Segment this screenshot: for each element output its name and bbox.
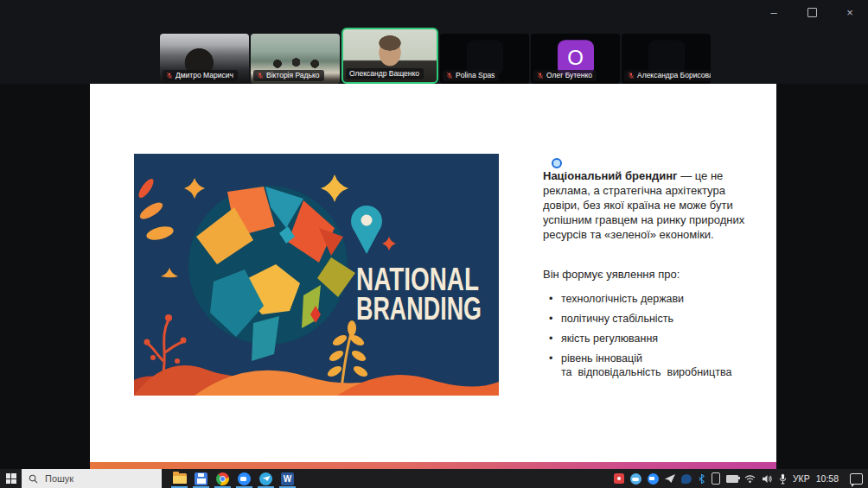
muted-mic-icon bbox=[537, 72, 544, 79]
active-speaker-tile[interactable]: Олександр Ващенко bbox=[341, 28, 438, 84]
recording-icon[interactable] bbox=[614, 473, 624, 484]
floppy-icon bbox=[195, 472, 207, 485]
bullet-item: рівень інноваційта відповідальність виро… bbox=[543, 352, 761, 379]
zoom-tray-icon[interactable] bbox=[648, 473, 659, 485]
minimize-button[interactable]: – bbox=[763, 3, 785, 21]
windows-logo-icon bbox=[6, 473, 16, 484]
window-controls: – × bbox=[763, 3, 861, 21]
slide-heading: Національний брендинг bbox=[543, 169, 678, 182]
participant-name-pill: Александра Борисова bbox=[624, 70, 711, 81]
telegram-button[interactable] bbox=[255, 469, 277, 488]
shared-screen: NATIONAL BRANDING Національний брендинг … bbox=[90, 84, 776, 469]
zoom-app-button[interactable] bbox=[233, 469, 255, 488]
slide-poster: NATIONAL BRANDING bbox=[134, 154, 499, 396]
slide-text-column: Національний брендинг — це не реклама, а… bbox=[543, 160, 761, 386]
participant-name-pill: Олександр Ващенко bbox=[346, 68, 424, 79]
participant-name: Дмитро Марисич bbox=[176, 71, 233, 79]
taskbar-search[interactable] bbox=[22, 469, 162, 488]
phone-link-icon[interactable] bbox=[712, 472, 720, 485]
close-icon: × bbox=[846, 6, 853, 19]
folder-icon bbox=[173, 473, 187, 484]
search-input[interactable] bbox=[43, 472, 142, 485]
minimize-icon: – bbox=[770, 6, 776, 19]
participant-strip: Дмитро Марисич Вікторія Радько Олександр… bbox=[160, 32, 711, 84]
slide-subheading: Він формує уявлення про: bbox=[543, 268, 761, 281]
participant-name: Polina Spas bbox=[456, 71, 495, 79]
action-center-icon[interactable] bbox=[850, 473, 863, 485]
chrome-icon bbox=[216, 472, 229, 485]
muted-mic-icon bbox=[257, 72, 264, 79]
close-button[interactable]: × bbox=[839, 3, 861, 21]
chrome-button[interactable] bbox=[212, 469, 233, 488]
word-button[interactable]: W bbox=[277, 469, 298, 488]
microphone-icon[interactable] bbox=[779, 473, 787, 485]
zoom-icon bbox=[238, 472, 251, 485]
search-icon bbox=[29, 474, 38, 484]
participant-name-pill: Олег Бутенко bbox=[533, 70, 597, 81]
participant-name: Олександр Ващенко bbox=[349, 69, 419, 78]
language-indicator[interactable]: УКР bbox=[793, 473, 810, 484]
participant-tile[interactable]: O Олег Бутенко bbox=[531, 34, 620, 84]
participant-name-pill: Дмитро Марисич bbox=[163, 70, 238, 81]
slide-bullet-list: технологічність держави політичну стабіл… bbox=[543, 293, 761, 379]
messenger-icon[interactable] bbox=[681, 474, 692, 484]
telegram-icon bbox=[259, 472, 272, 485]
muted-mic-icon bbox=[166, 72, 173, 79]
bullet-item: якість регулювання bbox=[543, 333, 761, 345]
start-button[interactable] bbox=[0, 469, 22, 488]
participant-tile[interactable]: Дмитро Марисич bbox=[160, 34, 249, 84]
slide-footer-gradient bbox=[90, 462, 776, 469]
battery-icon[interactable] bbox=[726, 475, 738, 483]
bluetooth-icon[interactable] bbox=[698, 473, 705, 485]
participant-tile[interactable]: Александра Борисова bbox=[622, 34, 711, 84]
participant-name-pill: Вікторія Радько bbox=[253, 70, 324, 81]
file-explorer-button[interactable] bbox=[169, 469, 190, 488]
word-icon: W bbox=[281, 472, 294, 485]
telegram-tray-icon[interactable] bbox=[665, 474, 675, 483]
taskbar: W УКР 10:58 bbox=[0, 469, 868, 488]
bullet-continuation: та відповідальність виробництва bbox=[561, 366, 761, 379]
slide-paragraph: Національний брендинг — це не реклама, а… bbox=[543, 168, 761, 242]
taskbar-app-icons: W bbox=[169, 469, 298, 488]
annotation-dot-icon bbox=[552, 158, 562, 168]
restore-icon bbox=[807, 8, 817, 17]
participant-name: Александра Борисова bbox=[637, 71, 711, 79]
bullet-item: технологічність держави bbox=[543, 293, 761, 306]
save-app-button[interactable] bbox=[190, 469, 212, 488]
muted-mic-icon bbox=[628, 72, 635, 79]
wifi-icon[interactable] bbox=[744, 474, 756, 484]
participant-tile[interactable]: Polina Spas bbox=[440, 34, 529, 84]
restore-button[interactable] bbox=[801, 3, 823, 21]
system-tray: УКР 10:58 bbox=[614, 472, 868, 485]
muted-mic-icon bbox=[446, 72, 453, 79]
avatar-initial: O bbox=[567, 46, 584, 70]
cloud-icon[interactable] bbox=[630, 473, 641, 485]
participant-name: Олег Бутенко bbox=[546, 71, 592, 79]
volume-icon[interactable] bbox=[762, 474, 773, 484]
participant-tile[interactable]: Вікторія Радько bbox=[251, 34, 340, 84]
poster-title-line2: BRANDING bbox=[356, 291, 482, 326]
clock[interactable]: 10:58 bbox=[816, 473, 839, 484]
participant-name-pill: Polina Spas bbox=[443, 70, 499, 81]
participant-name: Вікторія Радько bbox=[266, 71, 320, 79]
bullet-item: політичну стабільність bbox=[543, 313, 761, 326]
